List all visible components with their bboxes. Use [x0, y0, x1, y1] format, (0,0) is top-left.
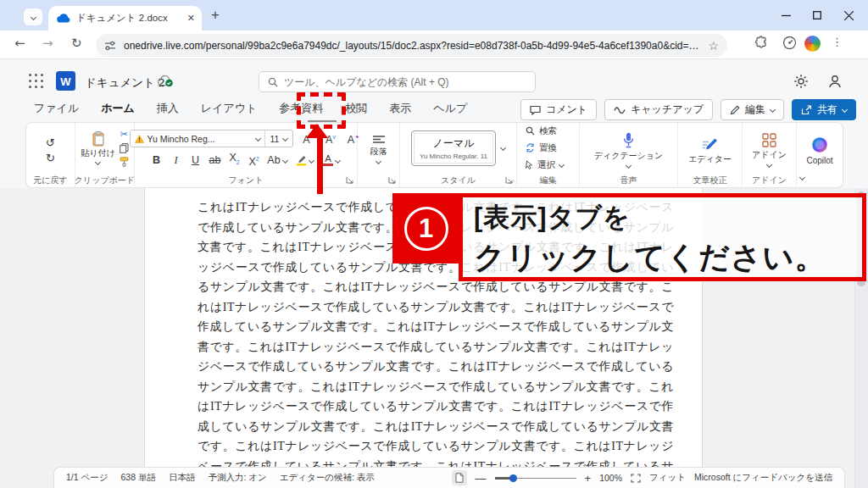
tab-file[interactable]: ファイル [34, 101, 79, 116]
editor-suggestions[interactable]: エディターの候補: 表示 [280, 472, 375, 484]
gear-icon [793, 74, 809, 89]
microphone-icon [623, 132, 634, 148]
bold-button[interactable]: B [147, 153, 165, 168]
reload-button[interactable]: ↻ [71, 36, 82, 51]
window-close-button[interactable] [834, 0, 863, 30]
window-maximize-button[interactable] [803, 0, 832, 30]
find-button[interactable]: 検索 [526, 123, 557, 139]
paragraph-button[interactable]: 段落 [358, 123, 399, 173]
dictation-button[interactable]: ディクテーション [580, 123, 677, 173]
zoom-slider-thumb[interactable] [509, 474, 517, 482]
cut-icon[interactable]: ✂ [120, 129, 128, 140]
zoom-in-button[interactable]: + [585, 472, 592, 485]
performance-button[interactable] [782, 36, 797, 50]
browser-tab[interactable]: ドキュメント 2.docx ✕ [48, 6, 202, 30]
close-tab-icon[interactable]: ✕ [187, 14, 195, 23]
document-title[interactable]: ドキュメント 2 [85, 75, 164, 91]
ribbon: ↺ ↻ 元に戻す 貼り付け ✂ クリップボード [25, 122, 843, 188]
pencil-icon [730, 105, 740, 115]
settings-gear-button[interactable] [793, 74, 809, 89]
copilot-button[interactable]: Copilot [797, 123, 843, 173]
style-gallery-normal[interactable]: ノーマル Yu Mincho Regular, 11 [411, 130, 496, 166]
forward-button[interactable]: → [42, 36, 53, 51]
word-logo-icon[interactable]: W [56, 71, 75, 91]
tab-home[interactable]: ホーム [101, 101, 135, 116]
new-tab-button[interactable]: + [211, 7, 220, 24]
back-button[interactable]: ← [14, 36, 25, 51]
editing-mode-button[interactable]: 編集 [721, 99, 784, 120]
saved-cloud-icon[interactable] [158, 75, 174, 87]
font-dialog-launcher[interactable] [346, 176, 353, 184]
fit-button[interactable]: フィット [649, 472, 686, 484]
office-search-box[interactable] [259, 71, 536, 92]
avatar [804, 36, 821, 52]
comment-icon [530, 105, 541, 115]
page-icon [455, 473, 464, 483]
tab-view[interactable]: 表示 [389, 101, 411, 116]
zoom-slider[interactable] [495, 473, 576, 483]
undo-button[interactable]: ↺ [46, 136, 55, 149]
subscript-button[interactable]: X2 [225, 151, 243, 169]
underline-button[interactable]: U [186, 153, 204, 168]
browser-tab-strip: ドキュメント 2.docx ✕ + [0, 0, 868, 30]
highlighter-icon [296, 154, 307, 166]
zoom-level[interactable]: 100% [599, 473, 622, 483]
status-bar: 1/1 ページ 638 単語 日本語 予測入力: オン エディターの候補: 表示… [53, 467, 845, 488]
font-size-combobox[interactable]: 11 [264, 130, 293, 147]
tab-layout[interactable]: レイアウト [201, 101, 258, 116]
superscript-button[interactable]: X2 [245, 152, 263, 169]
proofing-group-label: 文章校正 [693, 175, 727, 186]
strikethrough-button[interactable]: ab [206, 153, 224, 168]
fit-icon[interactable] [631, 474, 641, 483]
puzzle-icon [754, 36, 768, 49]
bookmark-star-icon[interactable]: ☆ [708, 39, 719, 53]
zoom-out-button[interactable]: — [476, 472, 487, 485]
word-count[interactable]: 638 単語 [121, 472, 156, 484]
select-button[interactable]: 選択 [526, 157, 564, 173]
chevron-down-icon [842, 107, 848, 113]
format-painter-icon[interactable] [120, 157, 129, 167]
font-color-swatch [323, 164, 333, 166]
style-gallery-more-button[interactable] [500, 145, 506, 151]
browser-menu-button[interactable]: ⋮ [832, 36, 843, 48]
page-count[interactable]: 1/1 ページ [66, 472, 108, 484]
paragraph-dialog-launcher[interactable] [388, 176, 396, 184]
catch-up-button[interactable]: キャッチアップ [604, 99, 713, 120]
tab-review[interactable]: 校閲 [345, 101, 367, 116]
window-minimize-button[interactable] [771, 0, 800, 30]
search-icon [526, 126, 535, 136]
feedback-link[interactable]: Microsoft にフィードバックを送信 [694, 472, 832, 484]
profile-button[interactable] [804, 36, 821, 52]
highlight-color-button[interactable] [292, 154, 317, 166]
annotation-arrow-head [306, 124, 328, 138]
addins-button[interactable]: アドイン [743, 123, 796, 173]
text-prediction[interactable]: 予測入力: オン [208, 472, 266, 484]
account-button[interactable] [827, 74, 843, 89]
extensions-button[interactable] [754, 36, 768, 49]
annotation-line2: クリックしてください。 [474, 237, 862, 278]
styles-dialog-launcher[interactable] [505, 176, 513, 184]
change-case-button[interactable]: Ab [264, 153, 290, 168]
tab-insert[interactable]: 挿入 [157, 101, 179, 116]
copy-icon[interactable] [120, 143, 129, 153]
redo-button[interactable]: ↻ [46, 152, 55, 164]
page-view-button[interactable] [452, 470, 467, 485]
italic-button[interactable]: I [167, 153, 185, 168]
chevron-down-icon [376, 158, 381, 164]
language-indicator[interactable]: 日本語 [169, 472, 196, 484]
paste-button[interactable]: 貼り付け [81, 131, 114, 164]
tab-help[interactable]: ヘルプ [433, 101, 467, 116]
share-button[interactable]: 共有 [792, 99, 856, 120]
replace-button[interactable]: 置換 [526, 140, 557, 156]
comments-button[interactable]: コメント [520, 99, 597, 120]
tab-search-button[interactable] [24, 8, 42, 25]
editor-button[interactable]: エディター [678, 123, 742, 173]
app-launcher-button[interactable] [28, 73, 45, 90]
address-bar[interactable]: onedrive.live.com/personal/99ba2c9e6a794… [96, 34, 727, 57]
font-name-combobox[interactable]: Yu Mincho Reg... [131, 134, 264, 144]
site-settings-icon[interactable] [104, 40, 116, 52]
search-icon [268, 77, 278, 87]
share-icon [801, 105, 812, 115]
voice-group-label: 音声 [620, 175, 637, 186]
search-input[interactable] [284, 76, 526, 88]
